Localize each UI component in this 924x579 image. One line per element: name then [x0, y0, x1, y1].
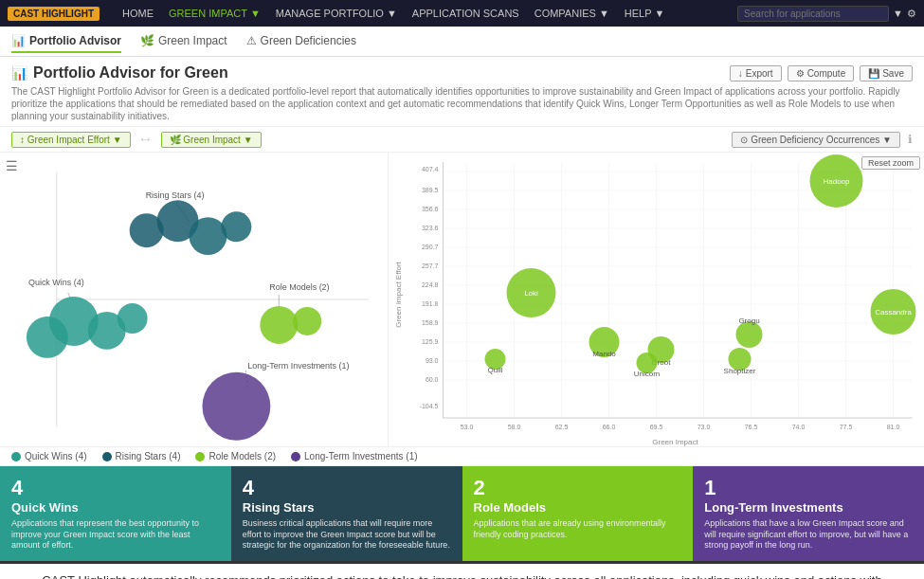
svg-point-13 [221, 211, 251, 242]
nav-companies[interactable]: COMPANIES ▼ [534, 8, 609, 19]
svg-text:125.9: 125.9 [422, 338, 439, 345]
quick-wins-desc: Applications that represent the best opp… [11, 518, 220, 552]
svg-text:58.0: 58.0 [508, 424, 521, 430]
separator-icon: ↔ [138, 131, 154, 148]
long-term-title: Long-Term Investments [704, 500, 913, 515]
svg-text:Shoptizer: Shoptizer [724, 367, 756, 375]
export-button[interactable]: ↓ Export [730, 65, 782, 81]
svg-text:407.4: 407.4 [422, 166, 439, 172]
svg-text:81.0: 81.0 [887, 424, 900, 430]
card-long-term-investments: 1 Long-Term Investments Applications tha… [693, 466, 924, 561]
svg-text:Cassandra: Cassandra [875, 308, 912, 317]
svg-text:60.0: 60.0 [426, 376, 439, 383]
svg-text:93.0: 93.0 [426, 357, 439, 364]
svg-text:Rising Stars (4): Rising Stars (4) [146, 190, 205, 200]
svg-text:Quill: Quill [487, 366, 502, 374]
svg-text:Grogu: Grogu [738, 317, 759, 325]
deficiencies-icon: ⚠ [246, 34, 257, 47]
svg-text:Mando: Mando [592, 350, 616, 358]
card-rising-stars: 4 Rising Stars Business critical applica… [231, 466, 462, 561]
green-impact-button[interactable]: 🌿 Green Impact ▼ [161, 132, 262, 148]
logo[interactable]: CAST HIGHLIGHT [8, 7, 100, 21]
svg-point-17 [118, 303, 148, 334]
nav-manage-portfolio[interactable]: MANAGE PORTFOLIO ▼ [276, 8, 397, 19]
page-actions: ↓ Export ⚙ Compute 💾 Save [730, 65, 913, 81]
legend-quick-wins: Quick Wins (4) [11, 451, 87, 461]
svg-point-80 [736, 321, 763, 348]
bubble-chart-svg: Rising Stars (4) Quick Wins (4) Role Mod… [0, 153, 388, 446]
svg-text:-104.5: -104.5 [420, 403, 439, 409]
svg-point-20 [202, 372, 270, 441]
scatter-chart: Reset zoom 407.4 389.5 356.6 323.6 290.7… [389, 153, 924, 446]
card-role-models: 2 Role Models Applications that are alre… [462, 466, 694, 561]
svg-text:Green Impact: Green Impact [652, 438, 698, 446]
svg-text:Unicorn: Unicorn [634, 370, 661, 378]
svg-text:224.8: 224.8 [422, 281, 439, 288]
svg-text:76.5: 76.5 [745, 424, 758, 430]
long-term-dot [291, 452, 300, 461]
settings-icon[interactable]: ⚙ [907, 8, 916, 20]
svg-text:53.0: 53.0 [461, 424, 474, 430]
nav-help[interactable]: HELP ▼ [625, 8, 665, 19]
svg-text:257.7: 257.7 [422, 262, 439, 269]
svg-text:389.5: 389.5 [422, 187, 439, 193]
svg-text:323.6: 323.6 [422, 225, 439, 231]
rising-stars-count: 4 [243, 476, 451, 500]
green-impact-effort-button[interactable]: ↕ Green Impact Effort ▼ [11, 132, 131, 148]
nav-application-scans[interactable]: APPLICATION SCANS [412, 8, 519, 19]
role-models-count: 2 [474, 476, 682, 500]
save-icon: 💾 [868, 68, 879, 79]
chart-legend: Quick Wins (4) Rising Stars (4) Role Mod… [0, 446, 924, 466]
save-button[interactable]: 💾 Save [860, 65, 913, 81]
card-quick-wins: 4 Quick Wins Applications that represent… [0, 466, 231, 561]
hamburger-icon[interactable]: ☰ [6, 158, 18, 173]
rising-stars-dot [102, 452, 112, 461]
search-input[interactable] [737, 6, 889, 22]
rising-stars-desc: Business critical applications that will… [243, 518, 451, 552]
sub-navigation: 📊 Portfolio Advisor 🌿 Green Impact ⚠ Gre… [0, 27, 924, 57]
quick-wins-title: Quick Wins [11, 500, 220, 515]
compute-button[interactable]: ⚙ Compute [788, 65, 855, 81]
svg-text:62.5: 62.5 [555, 424, 569, 430]
role-models-dot [195, 452, 205, 461]
nav-green-impact[interactable]: GREEN IMPACT ▼ [169, 8, 261, 19]
nav-home[interactable]: HOME [122, 8, 154, 19]
role-models-title: Role Models [474, 500, 682, 515]
svg-point-19 [293, 307, 321, 335]
page-title: 📊 Portfolio Advisor for Green [11, 64, 228, 81]
search-area: ▼ ⚙ [737, 6, 916, 22]
top-navigation: CAST HIGHLIGHT HOME GREEN IMPACT ▼ MANAG… [0, 0, 924, 27]
svg-text:Green Impact Effort: Green Impact Effort [394, 261, 403, 327]
svg-text:Quick Wins (4): Quick Wins (4) [28, 278, 84, 287]
right-chart-controls: ⊙ Green Deficiency Occurrences ▼ ℹ [732, 132, 913, 148]
title-icon: 📊 [11, 65, 27, 81]
quick-wins-count: 4 [11, 476, 220, 500]
quick-wins-dot [11, 452, 21, 461]
svg-text:356.6: 356.6 [422, 206, 439, 212]
bottom-caption: CAST Highlight automatically recommends … [0, 561, 924, 579]
reset-zoom-button[interactable]: Reset zoom [861, 156, 920, 170]
legend-role-models: Role Models (2) [195, 451, 276, 461]
legend-rising-stars: Rising Stars (4) [102, 451, 181, 461]
long-term-desc: Applications that have a low Green Impac… [704, 518, 913, 552]
tab-green-impact[interactable]: 🌿 Green Impact [140, 30, 227, 53]
svg-text:74.0: 74.0 [792, 424, 806, 430]
svg-text:77.5: 77.5 [840, 424, 853, 430]
svg-text:73.0: 73.0 [698, 424, 711, 430]
tab-green-deficiencies[interactable]: ⚠ Green Deficiencies [246, 30, 356, 53]
tab-portfolio-advisor[interactable]: 📊 Portfolio Advisor [11, 30, 121, 53]
portfolio-advisor-icon: 📊 [11, 34, 26, 47]
filter-icon[interactable]: ▼ [893, 8, 903, 19]
scatter-chart-svg: 407.4 389.5 356.6 323.6 290.7 257.7 224.… [389, 153, 924, 446]
svg-text:Hadoop: Hadoop [823, 177, 850, 186]
svg-text:158.9: 158.9 [422, 319, 439, 326]
bubble-chart: ☰ Rising Stars (4) Quick Wins (4) Role M… [0, 153, 389, 446]
green-impact-icon: 🌿 [140, 34, 154, 47]
info-icon: ℹ [908, 133, 913, 146]
green-deficiency-button[interactable]: ⊙ Green Deficiency Occurrences ▼ [732, 132, 900, 148]
summary-cards: 4 Quick Wins Applications that represent… [0, 466, 924, 561]
svg-text:Long-Term Investments (1): Long-Term Investments (1) [247, 361, 349, 371]
rising-stars-title: Rising Stars [243, 500, 451, 515]
long-term-count: 1 [704, 476, 913, 500]
chart-controls: ↕ Green Impact Effort ▼ ↔ 🌿 Green Impact… [0, 127, 924, 153]
